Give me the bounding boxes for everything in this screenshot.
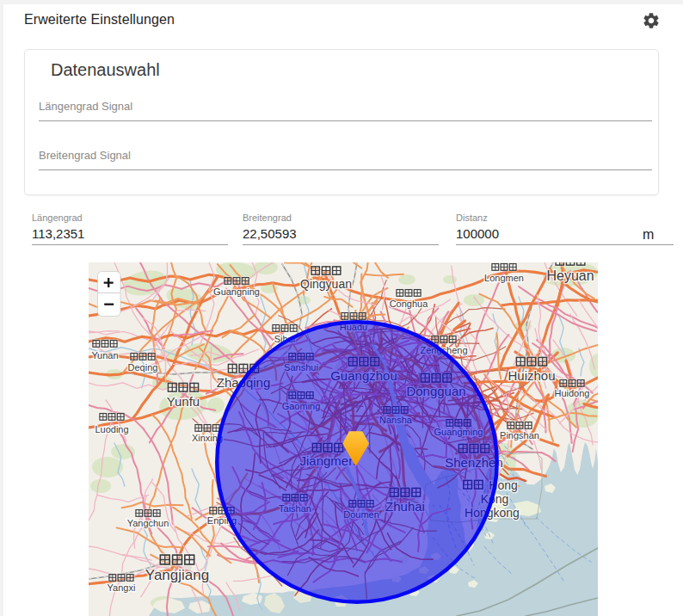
svg-text:Qingyuan: Qingyuan — [300, 277, 352, 291]
svg-text:Huidong: Huidong — [555, 388, 590, 398]
svg-text:Pingshan: Pingshan — [500, 430, 539, 440]
svg-text:Yunfu: Yunfu — [167, 394, 200, 409]
svg-text:Luoding: Luoding — [95, 424, 128, 434]
svg-text:Yangchun: Yangchun — [127, 518, 169, 528]
svg-text:Guangning: Guangning — [213, 286, 260, 297]
svg-text:Heyuan: Heyuan — [546, 268, 594, 283]
svg-text:Huizhou: Huizhou — [508, 368, 555, 383]
svg-text:Conghua: Conghua — [390, 299, 429, 309]
svg-text:Yunan: Yunan — [91, 350, 118, 360]
svg-text:Deqing: Deqing — [128, 362, 158, 373]
svg-text:Longmen: Longmen — [484, 273, 524, 283]
svg-text:Yangxi: Yangxi — [108, 582, 136, 593]
svg-text:Yangjiang: Yangjiang — [145, 567, 209, 583]
